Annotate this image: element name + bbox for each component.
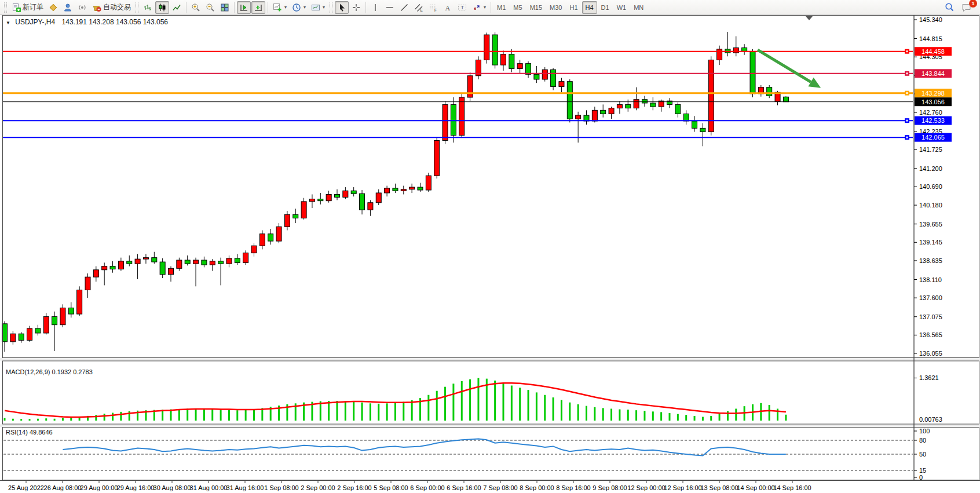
notifications-button[interactable]: 1 xyxy=(959,1,974,14)
time-tick-label: 14 Sep 00:00 xyxy=(737,484,774,491)
chart-shift-button[interactable] xyxy=(251,1,265,14)
tab-timeframe-m5[interactable]: M5 xyxy=(510,1,525,14)
tab-timeframe-m15[interactable]: M15 xyxy=(526,1,546,14)
news-button[interactable] xyxy=(75,1,89,14)
candle-body xyxy=(509,54,514,69)
candle-body xyxy=(43,316,49,333)
toolbar-grip[interactable] xyxy=(136,2,138,13)
zoom-out-icon xyxy=(206,3,215,12)
indicators-button[interactable]: ▾ xyxy=(270,1,289,14)
chart-symbol-label: USDJPY-,H4 xyxy=(15,18,55,26)
candle-body xyxy=(268,234,273,241)
candle-body xyxy=(733,48,738,53)
macd-zero-label: 0.00763 xyxy=(919,416,942,423)
price-tag-label: 142.533 xyxy=(922,117,945,124)
tab-timeframe-w1[interactable]: W1 xyxy=(613,1,630,14)
crosshair-button[interactable] xyxy=(349,1,363,14)
candle-body xyxy=(235,258,240,262)
toolbar-right-group: 1 xyxy=(942,1,978,14)
candle-body xyxy=(135,259,140,264)
pane-splitter[interactable] xyxy=(0,425,980,428)
horizontal-line-icon xyxy=(385,3,394,12)
candlestick-chart-button[interactable] xyxy=(155,1,169,14)
signals-button[interactable] xyxy=(61,1,75,14)
toolbar-grip[interactable] xyxy=(4,2,7,13)
tab-timeframe-h1[interactable]: H1 xyxy=(566,1,581,14)
price-tick-label: 142.760 xyxy=(919,109,942,116)
rsi-tick-label: 15 xyxy=(919,467,926,474)
pane-splitter[interactable] xyxy=(0,358,980,361)
fibonacci-button[interactable]: F xyxy=(426,1,440,14)
candle-body xyxy=(667,101,672,104)
auto-trading-button[interactable]: 自动交易 xyxy=(90,1,133,14)
new-order-label: 新订单 xyxy=(23,2,43,12)
candle-body xyxy=(492,35,498,65)
equidistant-channel-icon: E xyxy=(414,3,423,12)
zoom-out-button[interactable] xyxy=(203,1,217,14)
trendline-button[interactable] xyxy=(397,1,411,14)
tab-timeframe-m30[interactable]: M30 xyxy=(546,1,565,14)
tab-timeframe-d1[interactable]: D1 xyxy=(598,1,613,14)
new-order-button[interactable]: 新订单 xyxy=(9,1,46,14)
toolbar-grip[interactable] xyxy=(330,2,332,13)
bar-chart-button[interactable] xyxy=(141,1,155,14)
price-tick-label: 144.815 xyxy=(919,35,942,42)
candle-body xyxy=(193,260,199,264)
price-tick-label: 140.180 xyxy=(919,202,942,209)
candle-body xyxy=(27,328,32,340)
arrow-objects-icon xyxy=(472,3,481,12)
candle-body xyxy=(110,266,115,269)
arrows-button[interactable]: ▾ xyxy=(470,1,488,14)
main-toolbar: 新订单 自动交易 xyxy=(0,0,980,15)
candle-body xyxy=(376,193,381,203)
level-handle-center xyxy=(906,120,908,122)
candle-body xyxy=(526,64,531,75)
level-handle-center xyxy=(906,50,908,52)
candle-body xyxy=(293,214,298,218)
time-tick-label: 29 Aug 16:00 xyxy=(117,484,155,491)
time-tick-label: 26 Aug 08:00 xyxy=(44,484,82,491)
tile-windows-icon xyxy=(220,3,229,12)
vertical-line-icon xyxy=(371,3,380,12)
channel-button[interactable]: E xyxy=(412,1,426,14)
periods-button[interactable]: ▾ xyxy=(290,1,308,14)
candle-body xyxy=(426,176,431,190)
chart-dropdown-icon[interactable]: ▼ xyxy=(6,20,10,25)
zoom-in-button[interactable] xyxy=(189,1,203,14)
chart-canvas[interactable]: 145.340144.815144.305143.790143.275142.7… xyxy=(0,15,980,493)
auto-trading-icon xyxy=(92,3,101,12)
tab-timeframe-mn[interactable]: MN xyxy=(630,1,647,14)
horizontal-line-button[interactable] xyxy=(383,1,397,14)
candle-body xyxy=(467,76,473,97)
text-button[interactable]: A xyxy=(441,1,455,14)
trendline-icon xyxy=(400,3,409,12)
text-label-button[interactable]: T xyxy=(455,1,469,14)
tab-timeframe-h4[interactable]: H4 xyxy=(582,1,597,14)
chart-title: ▼ USDJPY-,H4 143.191 143.208 143.056 143… xyxy=(6,18,168,26)
auto-scroll-button[interactable] xyxy=(237,1,251,14)
line-chart-button[interactable] xyxy=(170,1,184,14)
candle-body xyxy=(692,121,697,128)
price-tag-label: 144.458 xyxy=(922,48,945,55)
candle-body xyxy=(177,260,182,268)
time-tick-label: 6 Sep 00:00 xyxy=(410,484,444,491)
fibonacci-icon: F xyxy=(429,3,438,12)
cursor-button[interactable] xyxy=(335,1,349,14)
notification-badge: 1 xyxy=(969,0,977,8)
dropdown-arrow-icon: ▾ xyxy=(323,5,325,10)
candle-body xyxy=(409,187,415,189)
market-button[interactable] xyxy=(46,1,60,14)
broadcast-icon xyxy=(78,3,87,12)
templates-button[interactable]: ▾ xyxy=(309,1,327,14)
rsi-tick-label: 50 xyxy=(919,451,926,458)
search-button[interactable] xyxy=(942,1,957,14)
toolbar-separator xyxy=(491,2,491,13)
vertical-line-button[interactable] xyxy=(368,1,382,14)
tile-windows-button[interactable] xyxy=(218,1,232,14)
tab-timeframe-m1[interactable]: M1 xyxy=(493,1,509,14)
new-order-icon xyxy=(12,3,21,12)
price-tick-label: 139.655 xyxy=(919,221,942,228)
candle-body xyxy=(210,261,215,265)
text-icon: A xyxy=(443,3,452,12)
candle-body xyxy=(551,70,556,86)
